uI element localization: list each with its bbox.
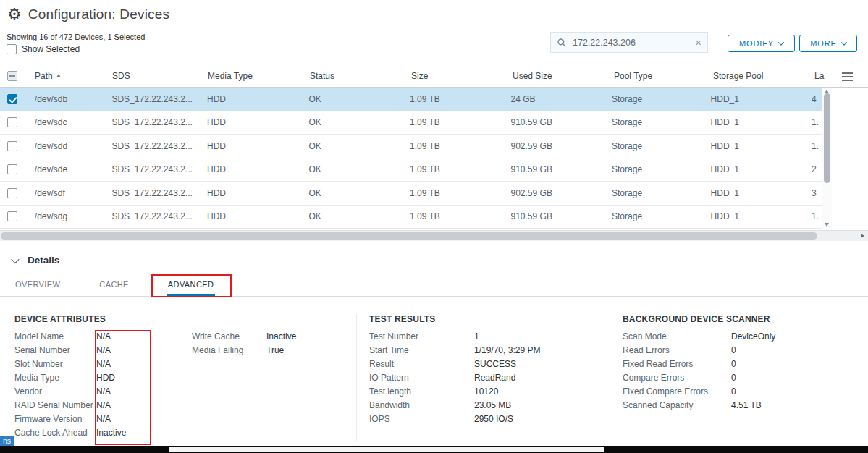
cell-used-size: 902.59 GB [511,188,612,198]
modify-button[interactable]: MODIFY [728,35,795,52]
search-icon [557,38,567,48]
tab-cache[interactable]: CACHE [99,280,129,296]
column-label: Path [35,71,53,81]
attribute-value: Inactive [96,428,126,438]
cell-status: OK [308,94,410,104]
attribute-label: Model Name [14,331,96,342]
attribute-value: 0 [731,359,736,369]
column-header-last[interactable]: La [814,71,825,81]
column-label: Storage Pool [713,71,763,81]
table-row[interactable]: /dev/sdf SDS_172.22.243.2... HDD OK 1.09… [0,182,822,206]
tab-advanced[interactable]: ADVANCED [168,280,214,296]
column-header-used-size[interactable]: Used Size [513,71,614,81]
bottom-bar [0,446,868,453]
table-row[interactable]: /dev/sdg SDS_172.22.243.2... HDD OK 1.09… [0,206,822,229]
scroll-down-icon[interactable] [825,223,829,226]
attribute-value: True [266,345,284,355]
cell-size: 1.09 TB [410,117,511,127]
attribute-label: Slot Number [14,359,96,369]
column-label: SDS [112,71,130,81]
column-header-path[interactable]: Path [35,71,112,81]
attribute-label: Serial Number [14,345,96,355]
cell-storage-pool: HDD_1 [711,164,812,174]
column-label: Pool Type [614,71,652,81]
active-tab-underline [167,294,216,296]
cell-path: /dev/sdd [35,141,112,151]
attribute-value: 0 [731,386,736,397]
table-row[interactable]: /dev/sdd SDS_172.22.243.2... HDD OK 1.09… [0,135,822,158]
search-input[interactable]: 172.22.243.206 [573,38,689,48]
table-row[interactable]: /dev/sde SDS_172.22.243.2... HDD OK 1.09… [0,158,822,182]
column-label: La [814,71,824,81]
column-header-size[interactable]: Size [411,71,513,81]
attribute-value: SUCCESS [474,359,516,369]
attribute-value: N/A [96,386,111,397]
column-header-status[interactable]: Status [310,71,411,81]
more-button-label: MORE [810,39,837,48]
attribute-row: Media Failing True [192,343,296,357]
select-all-checkbox[interactable] [7,71,17,81]
search-box[interactable]: 172.22.243.206 × [550,32,708,53]
column-header-storage-pool[interactable]: Storage Pool [713,71,814,81]
attribute-row: IO Pattern ReadRand [369,371,540,384]
attribute-label: IO Pattern [369,373,474,383]
attribute-row: Write Cache Inactive [192,329,296,343]
column-label: Used Size [513,71,552,81]
tab-overview[interactable]: OVERVIEW [15,280,60,296]
cell-path: /dev/sdb [35,94,112,104]
attribute-label: Test length [369,386,474,397]
collapse-chevron-icon[interactable] [11,255,19,263]
attribute-label: Firmware Version [14,414,96,424]
column-header-media-type[interactable]: Media Type [208,71,310,81]
attribute-label: Read Errors [623,345,731,355]
section-heading: DEVICE ATTRIBUTES [14,314,296,324]
vertical-scrollbar-thumb[interactable] [824,93,830,183]
row-checkbox[interactable] [7,141,17,151]
status-badge: ns [0,436,14,447]
attribute-label: Vendor [14,386,96,397]
cell-pool-type: Storage [612,188,711,198]
attribute-row: Slot Number N/A [14,357,192,371]
section-divider [610,314,610,441]
vertical-scrollbar[interactable] [822,88,832,229]
clear-search-icon[interactable]: × [695,37,701,48]
row-checkbox[interactable] [7,117,17,127]
modify-button-label: MODIFY [739,39,774,48]
more-button[interactable]: MORE [799,35,857,52]
cell-last: 1. [812,117,822,127]
horizontal-scrollbar-thumb[interactable] [1,232,817,240]
row-checkbox[interactable] [7,211,17,221]
column-settings-icon[interactable] [842,72,853,74]
tab-label: OVERVIEW [15,280,60,289]
cell-storage-pool: HDD_1 [711,94,812,104]
cell-status: OK [308,164,410,174]
section-heading: BACKGROUND DEVICE SCANNER [623,314,775,324]
attribute-value: 1 [474,331,479,342]
attribute-value: 1/19/70, 3:29 PM [474,345,540,355]
attribute-row: Fixed Compare Errors 0 [623,384,775,398]
cell-media-type: HDD [207,164,309,174]
column-header-sds[interactable]: SDS [112,71,208,81]
row-checkbox[interactable] [7,164,17,174]
cell-media-type: HDD [207,117,309,127]
attribute-value: Inactive [266,331,296,342]
attribute-label: IOPS [369,414,474,424]
row-checkbox[interactable] [7,94,17,104]
show-selected-toggle[interactable]: Show Selected [7,44,80,54]
show-selected-checkbox[interactable] [7,44,17,54]
horizontal-scrollbar[interactable] [0,230,868,241]
column-header-pool-type[interactable]: Pool Type [614,71,713,81]
table-row[interactable]: /dev/sdb SDS_172.22.243.2... HDD OK 1.09… [0,88,822,111]
scroll-right-icon[interactable] [861,234,864,238]
details-header[interactable]: Details [12,255,59,266]
attribute-row: Test Number 1 [369,329,540,343]
cell-pool-type: Storage [612,141,711,151]
cell-sds: SDS_172.22.243.2... [111,211,207,221]
attribute-row: Cache Lock Ahead Inactive [14,426,192,439]
attribute-row: Result SUCCESS [369,357,540,371]
chevron-down-icon [778,39,784,45]
attribute-value: N/A [96,345,111,355]
table-row[interactable]: /dev/sdc SDS_172.22.243.2... HDD OK 1.09… [0,111,822,135]
row-checkbox[interactable] [7,188,17,198]
cell-used-size: 24 GB [511,94,612,104]
